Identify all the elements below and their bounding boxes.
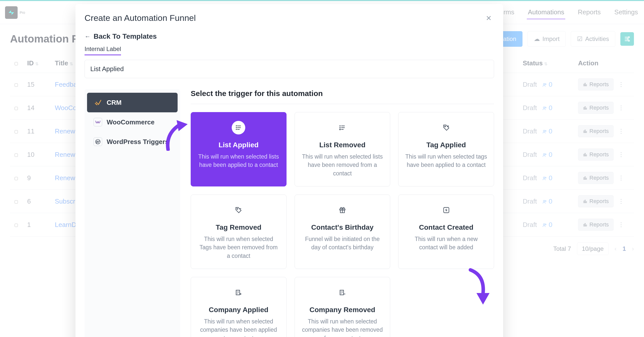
trigger-card-company-applied[interactable]: Company AppliedThis will run when select… bbox=[191, 277, 287, 337]
create-automation-modal: Create an Automation Funnel ✕ ← Back To … bbox=[75, 4, 503, 337]
category-woocommerce[interactable]: WooCommerce bbox=[87, 112, 178, 132]
internal-label-input[interactable] bbox=[85, 60, 494, 78]
list-check-icon bbox=[232, 121, 245, 134]
trigger-card-desc: Funnel will be initiated on the day of c… bbox=[301, 235, 384, 252]
check-stroke-icon bbox=[94, 98, 102, 107]
trigger-card-desc: This will run when selected lists have b… bbox=[197, 153, 280, 169]
list-x-icon bbox=[336, 121, 349, 134]
bolt-icon bbox=[439, 203, 453, 217]
svg-point-39 bbox=[340, 126, 340, 126]
internal-label-caption: Internal Label bbox=[85, 45, 121, 55]
trigger-card-desc: This will run when selected Tags have be… bbox=[197, 235, 280, 260]
category-label: WordPress Triggers bbox=[107, 138, 169, 146]
category-wordpress[interactable]: WordPress Triggers bbox=[87, 132, 178, 152]
trigger-card-company-removed[interactable]: Company RemovedThis will run when select… bbox=[295, 277, 390, 337]
tag-minus-icon bbox=[232, 203, 245, 217]
trigger-card-title: Contact's Birthday bbox=[301, 223, 384, 231]
trigger-card-desc: This will run when selected companies ha… bbox=[197, 317, 280, 337]
trigger-card-tag-applied[interactable]: Tag AppliedThis will run when selected t… bbox=[398, 112, 494, 186]
svg-rect-46 bbox=[236, 290, 240, 295]
trigger-card-list-removed[interactable]: List RemovedThis will run when selected … bbox=[295, 112, 390, 186]
trigger-category-panel: CRM WooCommerce WordPress Triggers bbox=[85, 89, 180, 337]
category-label: CRM bbox=[107, 99, 122, 107]
trigger-card-desc: This will run when a new contact will be… bbox=[405, 235, 487, 252]
category-label: WooCommerce bbox=[107, 118, 154, 126]
trigger-heading: Select the trigger for this automation bbox=[191, 89, 494, 104]
trigger-card-title: Company Removed bbox=[301, 306, 384, 314]
trigger-card-tag-removed[interactable]: Tag RemovedThis will run when selected T… bbox=[191, 195, 287, 269]
trigger-card-title: List Removed bbox=[301, 141, 384, 149]
trigger-card-contact-birthday[interactable]: Contact's BirthdayFunnel will be initiat… bbox=[295, 195, 390, 269]
trigger-grid: List AppliedThis will run when selected … bbox=[191, 112, 494, 337]
modal-title: Create an Automation Funnel bbox=[85, 13, 196, 23]
wordpress-icon bbox=[94, 137, 102, 146]
trigger-card-list-applied[interactable]: List AppliedThis will run when selected … bbox=[191, 112, 287, 186]
trigger-card-desc: This will run when selected companies ha… bbox=[301, 317, 384, 337]
trigger-card-contact-created[interactable]: Contact CreatedThis will run when a new … bbox=[398, 195, 494, 269]
woocommerce-icon bbox=[94, 118, 102, 126]
company-plus-icon bbox=[232, 286, 245, 299]
trigger-card-title: List Applied bbox=[197, 141, 280, 149]
svg-rect-47 bbox=[340, 290, 344, 295]
tag-plus-icon bbox=[439, 121, 453, 134]
svg-point-41 bbox=[445, 126, 446, 127]
trigger-card-desc: This will run when selected lists have b… bbox=[301, 153, 384, 178]
back-label: Back To Templates bbox=[94, 32, 157, 40]
close-icon[interactable]: ✕ bbox=[483, 13, 494, 23]
trigger-card-title: Tag Removed bbox=[197, 223, 280, 231]
trigger-card-desc: This will run when selected tags have be… bbox=[405, 153, 487, 169]
arrow-left-icon: ← bbox=[85, 33, 91, 40]
company-minus-icon bbox=[336, 286, 349, 299]
trigger-area: Select the trigger for this automation L… bbox=[191, 89, 494, 337]
trigger-card-title: Contact Created bbox=[405, 223, 487, 231]
gift-icon bbox=[336, 203, 349, 217]
back-to-templates-link[interactable]: ← Back To Templates bbox=[85, 32, 494, 40]
svg-point-40 bbox=[340, 127, 340, 128]
category-crm[interactable]: CRM bbox=[87, 93, 178, 112]
trigger-card-title: Company Applied bbox=[197, 306, 280, 314]
trigger-card-title: Tag Applied bbox=[405, 141, 487, 149]
svg-point-42 bbox=[237, 209, 238, 210]
